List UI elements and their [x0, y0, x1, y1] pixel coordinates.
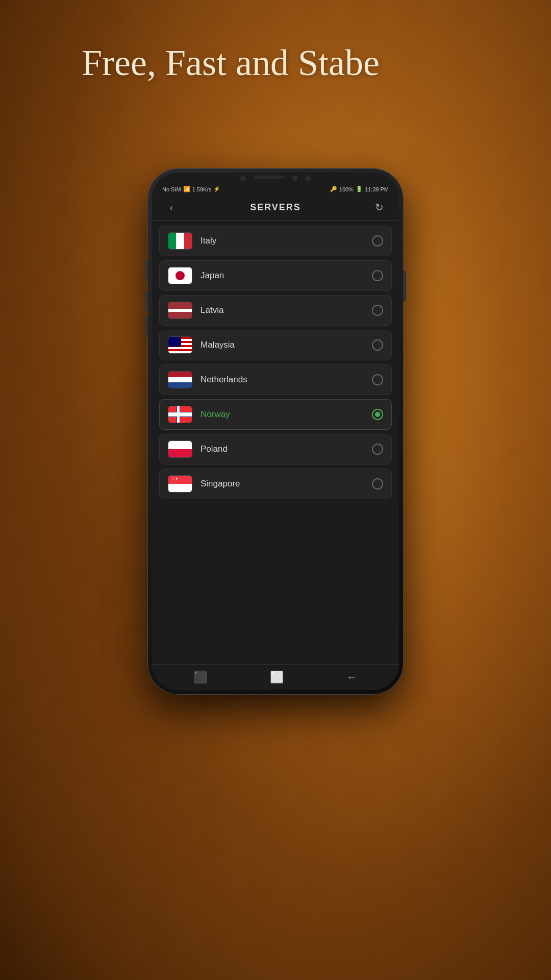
phone-outer: No SIM 📶 1.59K/s ⚡ 🔑 100% 🔋 11:39 PM ‹ S… — [148, 168, 403, 694]
country-name-netherlands: Netherlands — [201, 375, 372, 385]
netherlands-flag — [168, 371, 192, 388]
radio-japan[interactable] — [372, 270, 383, 281]
page-title: SERVERS — [250, 202, 301, 213]
radio-singapore[interactable] — [372, 478, 383, 489]
list-item[interactable]: Poland — [159, 434, 392, 464]
status-right: 🔑 100% 🔋 11:39 PM — [330, 186, 389, 192]
country-name-japan: Japan — [201, 271, 372, 281]
italy-flag — [168, 232, 192, 250]
radio-netherlands[interactable] — [372, 374, 383, 385]
front-camera — [240, 176, 245, 181]
key-icon: 🔑 — [330, 186, 337, 192]
phone-mockup: No SIM 📶 1.59K/s ⚡ 🔑 100% 🔋 11:39 PM ‹ S… — [148, 168, 403, 694]
speaker — [254, 176, 284, 179]
radio-poland[interactable] — [372, 444, 383, 455]
radio-latvia[interactable] — [372, 305, 383, 316]
status-left: No SIM 📶 1.59K/s ⚡ — [162, 186, 220, 192]
malaysia-flag — [168, 336, 192, 354]
usb-icon: ⚡ — [213, 186, 220, 192]
country-name-italy: Italy — [201, 236, 372, 246]
time-text: 11:39 PM — [365, 186, 389, 192]
recent-apps-button[interactable]: ⬛ — [193, 671, 207, 684]
norway-flag — [168, 406, 192, 423]
list-item[interactable]: Japan — [159, 260, 392, 291]
poland-flag — [168, 440, 192, 458]
radio-norway[interactable] — [372, 409, 383, 420]
country-name-latvia: Latvia — [201, 305, 372, 315]
list-item[interactable]: Malaysia — [159, 330, 392, 360]
country-name-malaysia: Malaysia — [201, 340, 372, 350]
country-name-norway: Norway — [201, 409, 372, 420]
back-button[interactable]: ‹ — [162, 201, 181, 214]
singapore-flag — [168, 475, 192, 493]
bottom-nav: ⬛ ⬜ ← — [152, 664, 399, 690]
battery-icon: 🔋 — [356, 186, 363, 192]
refresh-button[interactable]: ↻ — [370, 201, 389, 213]
no-sim-text: No SIM — [162, 186, 181, 192]
notch-area — [152, 173, 399, 182]
back-nav-button[interactable]: ← — [346, 671, 358, 684]
list-item[interactable]: Latvia — [159, 295, 392, 326]
radio-inner-norway — [375, 412, 380, 417]
phone-screen: No SIM 📶 1.59K/s ⚡ 🔑 100% 🔋 11:39 PM ‹ S… — [152, 173, 399, 690]
list-item[interactable]: Italy — [159, 226, 392, 256]
app-header: ‹ SERVERS ↻ — [152, 194, 399, 220]
status-bar: No SIM 📶 1.59K/s ⚡ 🔑 100% 🔋 11:39 PM — [152, 182, 399, 194]
sensor — [292, 176, 297, 181]
home-button[interactable]: ⬜ — [270, 671, 284, 684]
japan-circle — [176, 271, 185, 280]
japan-flag — [168, 267, 192, 284]
country-name-poland: Poland — [201, 444, 372, 454]
radio-malaysia[interactable] — [372, 339, 383, 351]
battery-text: 100% — [339, 186, 354, 192]
server-list: Italy Japan Latvia — [152, 220, 399, 664]
wifi-icon: 📶 — [183, 186, 190, 192]
latvia-flag — [168, 302, 192, 319]
app-headline: Free, Fast and Stabe — [82, 41, 380, 85]
speed-text: 1.59K/s — [192, 186, 211, 192]
country-name-singapore: Singapore — [201, 479, 372, 489]
radio-italy[interactable] — [372, 235, 383, 247]
list-item[interactable]: Netherlands — [159, 364, 392, 395]
sensor-2 — [306, 176, 311, 181]
list-item[interactable]: Norway — [159, 399, 392, 430]
list-item[interactable]: Singapore — [159, 469, 392, 499]
